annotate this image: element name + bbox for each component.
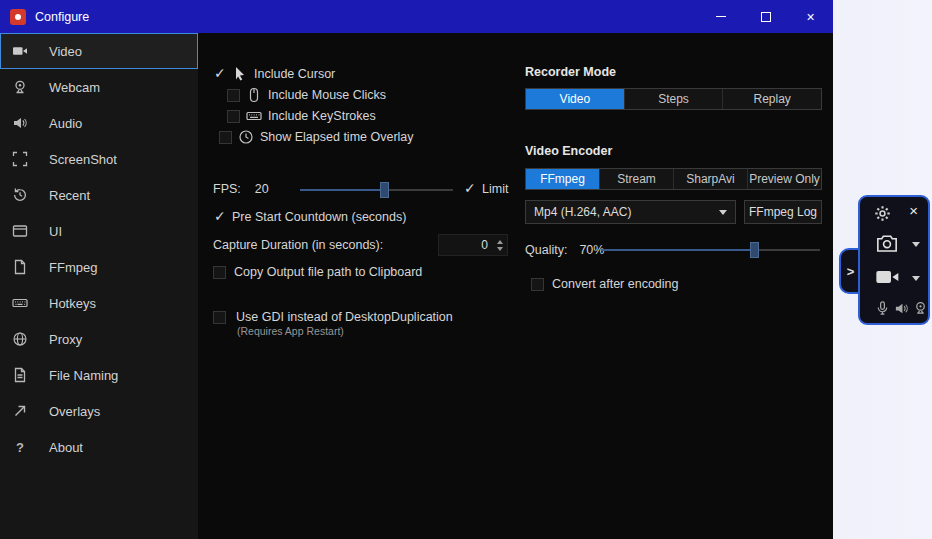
maximize-icon bbox=[761, 12, 771, 22]
sidebar-item-overlays[interactable]: Overlays bbox=[0, 393, 198, 429]
convert-checkbox[interactable] bbox=[531, 278, 544, 291]
sidebar: Video Webcam Audio ScreenShot Recent UI bbox=[0, 33, 198, 539]
sidebar-item-hotkeys[interactable]: Hotkeys bbox=[0, 285, 198, 321]
ffmpeg-log-button[interactable]: FFmpeg Log bbox=[744, 200, 822, 224]
tab-preview-only[interactable]: Preview Only bbox=[747, 169, 821, 189]
countdown-checkbox[interactable] bbox=[213, 211, 226, 224]
maximize-button[interactable] bbox=[743, 0, 788, 33]
fps-slider[interactable] bbox=[300, 181, 453, 199]
sidebar-item-ffmpeg[interactable]: FFmpeg bbox=[0, 249, 198, 285]
capture-widget: × bbox=[858, 195, 930, 325]
history-icon bbox=[12, 187, 28, 203]
tab-video[interactable]: Video bbox=[526, 89, 624, 109]
quality-label: Quality: bbox=[525, 243, 567, 257]
sidebar-item-label: Proxy bbox=[49, 332, 82, 347]
minimize-icon bbox=[716, 16, 726, 17]
limit-checkbox[interactable] bbox=[463, 183, 476, 196]
speaker-icon bbox=[12, 115, 28, 131]
sidebar-item-proxy[interactable]: Proxy bbox=[0, 321, 198, 357]
duration-row: Capture Duration (in seconds): bbox=[213, 238, 383, 252]
file-icon bbox=[12, 367, 28, 383]
quality-slider-thumb[interactable] bbox=[750, 242, 759, 258]
sidebar-item-screenshot[interactable]: ScreenShot bbox=[0, 141, 198, 177]
sidebar-item-label: Video bbox=[49, 44, 82, 59]
chevron-down-icon bbox=[719, 210, 727, 215]
duration-value[interactable]: 0 bbox=[439, 238, 493, 252]
webcam-icon bbox=[12, 79, 28, 95]
tab-steps[interactable]: Steps bbox=[624, 89, 723, 109]
sidebar-item-file-naming[interactable]: File Naming bbox=[0, 357, 198, 393]
close-button[interactable]: × bbox=[788, 0, 833, 33]
duration-spinner-arrows bbox=[493, 235, 507, 255]
video-encoder-title: Video Encoder bbox=[525, 144, 612, 158]
convert-row: Convert after encoding bbox=[531, 277, 678, 291]
globe-icon bbox=[12, 331, 28, 347]
fps-slider-thumb[interactable] bbox=[380, 182, 389, 198]
copy-path-row: Copy Output file path to Clipboard bbox=[213, 265, 422, 279]
copy-path-checkbox[interactable] bbox=[213, 266, 226, 279]
configure-window: Configure × Video Webcam Audio bbox=[0, 0, 833, 539]
limit-row: Limit bbox=[463, 182, 508, 196]
sidebar-item-ui[interactable]: UI bbox=[0, 213, 198, 249]
speaker-icon[interactable] bbox=[894, 301, 909, 316]
fps-value: 20 bbox=[255, 182, 269, 196]
sidebar-item-recent[interactable]: Recent bbox=[0, 177, 198, 213]
include-mouse-clicks-checkbox[interactable] bbox=[227, 89, 240, 102]
diagonal-arrow-icon bbox=[12, 403, 28, 419]
gdi-row: Use GDI instead of DesktopDuplication bbox=[213, 310, 453, 324]
copy-path-label: Copy Output file path to Clipboard bbox=[234, 265, 422, 279]
sidebar-item-label: Webcam bbox=[49, 80, 100, 95]
sidebar-item-label: Recent bbox=[49, 188, 90, 203]
widget-close-button[interactable]: × bbox=[909, 203, 918, 218]
convert-label: Convert after encoding bbox=[552, 277, 678, 291]
widget-expander-button[interactable]: > bbox=[839, 248, 860, 294]
sidebar-item-label: File Naming bbox=[49, 368, 118, 383]
titlebar: Configure × bbox=[0, 0, 833, 33]
minimize-button[interactable] bbox=[698, 0, 743, 33]
spinner-up-icon[interactable] bbox=[497, 240, 503, 244]
show-elapsed-checkbox[interactable] bbox=[219, 131, 232, 144]
sidebar-item-audio[interactable]: Audio bbox=[0, 105, 198, 141]
tab-sharpavi[interactable]: SharpAvi bbox=[673, 169, 747, 189]
close-icon: × bbox=[806, 9, 814, 25]
video-encoder-tabs: FFmpeg Stream SharpAvi Preview Only bbox=[525, 168, 822, 190]
sidebar-item-about[interactable]: ? About bbox=[0, 429, 198, 465]
photo-options-chevron-icon[interactable] bbox=[912, 242, 920, 247]
sidebar-item-video[interactable]: Video bbox=[0, 33, 198, 69]
tab-stream[interactable]: Stream bbox=[599, 169, 673, 189]
clock-icon bbox=[238, 129, 254, 145]
file-icon bbox=[12, 259, 28, 275]
sidebar-item-label: ScreenShot bbox=[49, 152, 117, 167]
cursor-icon bbox=[232, 66, 248, 82]
screen: Configure × Video Webcam Audio bbox=[0, 0, 932, 539]
window-icon bbox=[12, 223, 28, 239]
include-cursor-checkbox[interactable] bbox=[213, 68, 226, 81]
microphone-icon[interactable] bbox=[875, 300, 890, 316]
video-record-button[interactable] bbox=[875, 267, 899, 287]
spinner-down-icon[interactable] bbox=[497, 247, 503, 251]
countdown-label: Pre Start Countdown (seconds) bbox=[232, 210, 406, 224]
include-keystrokes-checkbox[interactable] bbox=[227, 110, 240, 123]
keyboard-icon bbox=[12, 295, 28, 311]
codec-dropdown[interactable]: Mp4 (H.264, AAC) bbox=[525, 200, 736, 224]
webcam-icon[interactable] bbox=[913, 300, 928, 316]
sidebar-item-label: FFmpeg bbox=[49, 260, 97, 275]
quality-slider-fill bbox=[601, 249, 754, 251]
screenshot-corners-icon bbox=[12, 151, 28, 167]
include-cursor-label: Include Cursor bbox=[254, 67, 335, 81]
photo-camera-button[interactable] bbox=[876, 233, 898, 253]
countdown-row: Pre Start Countdown (seconds) bbox=[213, 210, 406, 224]
gdi-checkbox[interactable] bbox=[213, 311, 226, 324]
window-title: Configure bbox=[35, 10, 89, 24]
include-keystrokes-row: Include KeyStrokes bbox=[227, 108, 376, 124]
mouse-icon bbox=[246, 87, 262, 103]
tab-ffmpeg[interactable]: FFmpeg bbox=[526, 169, 599, 189]
duration-spinner[interactable]: 0 bbox=[438, 234, 508, 256]
quality-slider[interactable] bbox=[601, 241, 820, 259]
include-mouse-clicks-row: Include Mouse Clicks bbox=[227, 87, 386, 103]
sidebar-item-webcam[interactable]: Webcam bbox=[0, 69, 198, 105]
gear-icon[interactable] bbox=[874, 205, 891, 222]
tab-replay[interactable]: Replay bbox=[722, 89, 821, 109]
gdi-note: (Requires App Restart) bbox=[237, 325, 344, 337]
video-options-chevron-icon[interactable] bbox=[912, 276, 920, 281]
